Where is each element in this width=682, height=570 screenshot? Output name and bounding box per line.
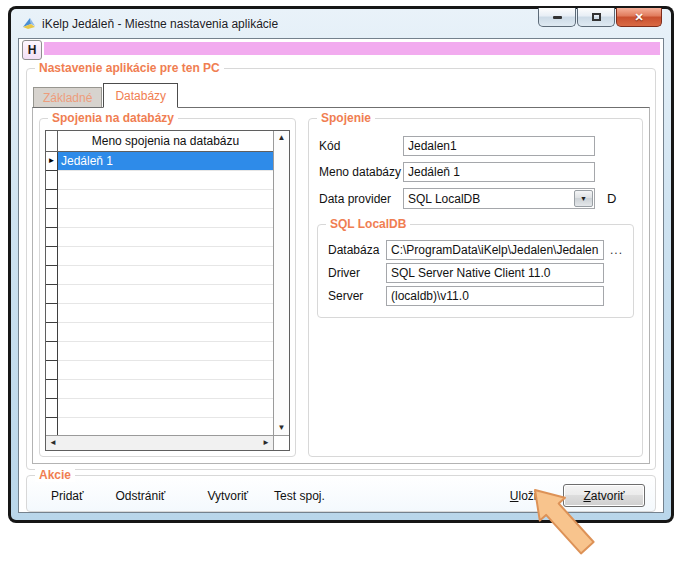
row-gutter — [46, 228, 58, 247]
table-row[interactable]: ►Jedáleň 1 — [46, 152, 273, 171]
connection-name-cell[interactable] — [58, 323, 273, 342]
connections-table-main: Meno spojenia na databázu ►Jedáleň 1 — [46, 131, 273, 435]
connections-column: Spojenia na databázy Meno spojenia na da… — [39, 118, 296, 457]
sql-localdb-groupbox: SQL LocalDB Databáza ... Driver — [317, 224, 634, 318]
row-gutter — [46, 323, 58, 342]
table-row[interactable] — [46, 323, 273, 342]
test-spoj-button[interactable]: Test spoj. — [274, 489, 325, 503]
connection-groupbox-label: Spojenie — [317, 111, 375, 125]
settings-groupbox: Nastavenie aplikácie pre ten PC Základné… — [26, 68, 656, 470]
close-icon: ✕ — [634, 11, 643, 24]
vytvorit-button[interactable]: Vytvoriť — [207, 489, 248, 503]
data-provider-row: Data provider SQL LocalDB ▼ D — [319, 188, 634, 209]
horizontal-scrollbar[interactable]: ◄ ► — [46, 435, 273, 450]
table-row[interactable] — [46, 304, 273, 323]
table-row[interactable] — [46, 190, 273, 209]
scroll-left-icon[interactable]: ◄ — [49, 436, 57, 450]
table-row[interactable] — [46, 171, 273, 190]
minimize-button[interactable] — [538, 8, 576, 27]
kod-row: Kód — [319, 136, 634, 156]
tabpage-databazy: Spojenia na databázy Meno spojenia na da… — [32, 107, 650, 464]
table-row[interactable] — [46, 361, 273, 380]
vertical-scrollbar[interactable]: ▲ ▼ — [273, 131, 289, 435]
connection-name-cell[interactable] — [58, 266, 273, 285]
table-row[interactable] — [46, 285, 273, 304]
table-row[interactable] — [46, 266, 273, 285]
scroll-up-icon[interactable]: ▲ — [274, 131, 289, 145]
maximize-button[interactable] — [577, 8, 615, 27]
pridat-button[interactable]: Pridať — [51, 489, 84, 503]
connection-name-cell[interactable] — [58, 361, 273, 380]
connection-name-cell[interactable] — [58, 285, 273, 304]
table-row[interactable] — [46, 228, 273, 247]
connection-name-cell[interactable] — [58, 304, 273, 323]
actions-groupbox: Akcie Pridať Odstrániť Vytvoriť Test spo… — [26, 475, 656, 512]
row-gutter — [46, 247, 58, 266]
data-provider-label: Data provider — [319, 192, 403, 206]
row-indicator-column-header — [46, 131, 58, 151]
meno-databazy-row: Meno databázy — [319, 162, 634, 182]
connections-table: Meno spojenia na databázu ►Jedáleň 1 ▲ ▼ — [45, 130, 290, 451]
connections-groupbox-label: Spojenia na databázy — [48, 111, 178, 125]
connection-name-cell[interactable] — [58, 247, 273, 266]
server-input[interactable] — [386, 286, 604, 306]
connection-name-cell[interactable] — [58, 380, 273, 399]
databaza-input[interactable] — [386, 240, 604, 260]
data-provider-select[interactable]: SQL LocalDB ▼ — [403, 188, 595, 209]
caption-buttons: ✕ — [538, 8, 662, 27]
meno-databazy-label: Meno databázy — [319, 165, 403, 179]
tab-databazy[interactable]: Databázy — [103, 83, 178, 108]
titlebar[interactable]: iKelp Jedáleň - Miestne nastavenia aplik… — [18, 9, 664, 38]
tab-zakladne[interactable]: Základné — [33, 87, 102, 107]
row-gutter — [46, 418, 58, 435]
kod-input[interactable] — [403, 136, 595, 156]
databaza-row: Databáza ... — [328, 240, 623, 260]
scroll-right-icon[interactable]: ► — [262, 436, 270, 450]
h-toolbar-button[interactable]: H — [22, 40, 42, 60]
table-row[interactable] — [46, 399, 273, 418]
window-glass-border: iKelp Jedáleň - Miestne nastavenia aplik… — [11, 9, 671, 520]
server-label: Server — [328, 289, 386, 303]
minimize-icon — [553, 16, 562, 19]
row-gutter — [46, 209, 58, 228]
maximize-icon — [592, 13, 601, 21]
row-gutter — [46, 399, 58, 418]
row-gutter — [46, 342, 58, 361]
tab-strip: Základné Databázy — [32, 81, 650, 107]
scroll-down-icon[interactable]: ▼ — [274, 421, 289, 435]
connection-name-cell[interactable] — [58, 228, 273, 247]
connection-name-cell[interactable] — [58, 209, 273, 228]
driver-label: Driver — [328, 266, 386, 280]
connection-name-cell[interactable] — [58, 399, 273, 418]
table-row[interactable] — [46, 247, 273, 266]
ulozit-button[interactable]: Uložiť — [510, 489, 541, 503]
zatvorit-button[interactable]: Zatvoriť — [563, 484, 645, 507]
connection-name-cell[interactable] — [58, 171, 273, 190]
provider-suffix-label: D — [607, 191, 616, 206]
data-provider-value: SQL LocalDB — [404, 192, 573, 206]
odstranit-button[interactable]: Odstrániť — [116, 489, 166, 503]
application-window: iKelp Jedáleň - Miestne nastavenia aplik… — [8, 6, 674, 523]
table-row[interactable] — [46, 209, 273, 228]
table-row[interactable] — [46, 380, 273, 399]
databaza-label: Databáza — [328, 243, 386, 257]
window-client-area: H Nastavenie aplikácie pre ten PC Základ… — [18, 38, 664, 513]
connection-name-cell[interactable] — [58, 342, 273, 361]
row-gutter — [46, 266, 58, 285]
zatvorit-rest: atvoriť — [591, 489, 625, 503]
actions-groupbox-label: Akcie — [35, 468, 75, 482]
browse-button[interactable]: ... — [610, 243, 623, 257]
connection-name-cell[interactable] — [58, 190, 273, 209]
kod-label: Kód — [319, 139, 403, 153]
close-button[interactable]: ✕ — [616, 8, 662, 27]
driver-input[interactable] — [386, 263, 604, 283]
settings-groupbox-label: Nastavenie aplikácie pre ten PC — [35, 61, 224, 75]
connection-name-cell[interactable] — [58, 418, 273, 435]
server-row: Server — [328, 286, 623, 306]
table-row[interactable] — [46, 418, 273, 435]
column-header-connection-name[interactable]: Meno spojenia na databázu — [58, 131, 273, 151]
meno-databazy-input[interactable] — [403, 162, 595, 182]
table-row[interactable] — [46, 342, 273, 361]
connection-name-cell[interactable]: Jedáleň 1 — [58, 152, 273, 171]
dropdown-button[interactable]: ▼ — [574, 190, 593, 207]
